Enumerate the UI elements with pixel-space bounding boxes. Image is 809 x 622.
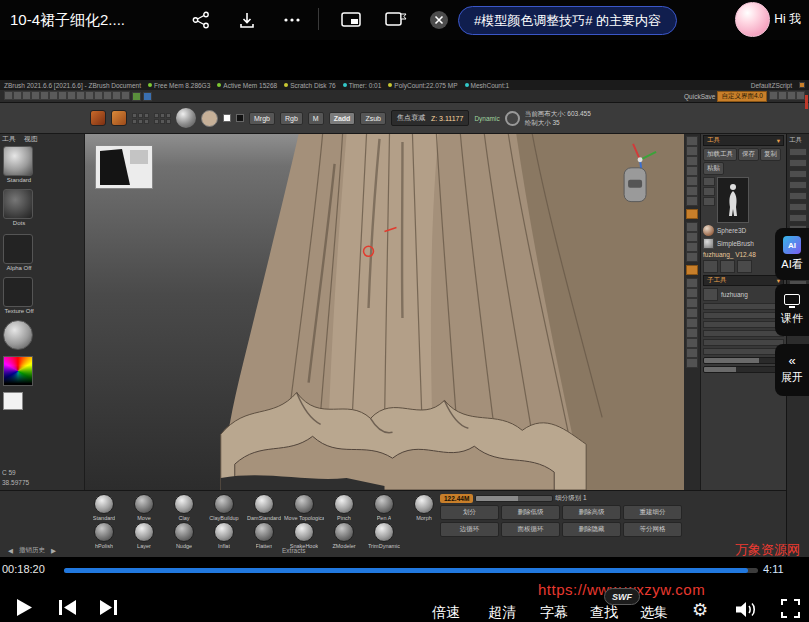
strip-icon[interactable] [686,176,698,186]
shelf-brush[interactable]: Morph [404,494,444,521]
sphere3d-item[interactable]: Sphere3D [703,225,784,236]
menu-icon[interactable] [94,91,103,100]
share-icon[interactable] [190,9,212,31]
shelf-brush[interactable]: SnakeHook [284,522,324,549]
rgb-button[interactable]: Rgb [280,112,303,125]
topic-pill-button[interactable]: #模型颜色调整技巧# 的主要内容 [458,6,677,35]
undo-history-label[interactable]: 撤销历史 [19,546,45,555]
rail-item[interactable] [789,148,807,156]
strip-icon[interactable] [686,146,698,156]
menu-icon[interactable] [40,91,49,100]
texture-thumb[interactable] [3,277,33,307]
settings-gear-icon[interactable]: ⚙ [692,599,708,621]
sdiv-slider[interactable] [475,495,553,502]
paste-tool-button[interactable]: 粘贴 [703,162,724,175]
shelf-brush[interactable]: Pinch [324,494,364,521]
strip-icon[interactable] [686,328,698,338]
recent-tool-thumb[interactable] [737,260,752,273]
expand-button[interactable]: « 展开 [775,344,809,396]
menu-icon-green[interactable] [132,92,141,101]
menu-icon-blue[interactable] [143,92,152,101]
strip-icon[interactable] [686,288,698,298]
strip-icon[interactable] [686,166,698,176]
shelf-brush[interactable]: DamStandard [244,494,284,521]
courseware-button[interactable]: 课件 [775,284,809,336]
strip-icon[interactable] [686,308,698,318]
load-tool-button[interactable]: 加载工具 [703,148,737,161]
custom-ui-segment[interactable]: 自定义界面4.0 [717,91,767,102]
copy-tool-button[interactable]: 复制 [760,148,781,161]
geom-button[interactable]: 划分 [440,505,499,520]
playback-speed-button[interactable]: 倍速 [432,604,460,622]
brush-mode-icon-2[interactable] [111,110,127,126]
current-brush-thumb[interactable] [3,146,33,176]
ai-view-button[interactable]: AI AI看 [775,228,809,280]
panel-slider-1[interactable] [703,357,784,364]
geom-button[interactable]: 删除高级 [562,505,621,520]
panel-row[interactable] [703,330,784,337]
zadd-button[interactable]: Zadd [329,112,356,125]
zbrush-canvas[interactable] [84,134,684,490]
menu-icon[interactable] [796,91,805,100]
menu-icon[interactable] [13,91,22,100]
focal-shift-readout[interactable]: 焦点衰减 Z: 3.11177 [391,110,469,126]
shelf-brush[interactable]: Clay [164,494,204,521]
strip-icon-orange[interactable] [686,265,698,275]
menu-icon[interactable] [22,91,31,100]
episodes-button[interactable]: 选集 [640,604,668,622]
strip-icon[interactable] [686,318,698,328]
undo-history-left-arrow[interactable]: ◀ [8,547,13,555]
menu-icon[interactable] [769,91,778,100]
panel-row[interactable] [703,321,784,328]
previous-button[interactable] [58,599,77,616]
user-account[interactable]: Hi 我 [735,2,801,37]
strip-icon[interactable] [686,136,698,146]
panel-row[interactable] [703,312,784,319]
brush-mode-icon[interactable] [90,110,106,126]
rail-item[interactable] [789,170,807,178]
strip-icon[interactable] [686,358,698,368]
rail-item[interactable] [789,159,807,167]
geom-button[interactable]: 删除低级 [501,505,560,520]
shelf-brush[interactable]: Move [124,494,164,521]
extracts-label[interactable]: Extracts [282,547,305,554]
swatch-black[interactable] [236,114,244,122]
simplebrush-item[interactable]: SimpleBrush [703,238,784,249]
geom-button[interactable]: 边循环 [440,522,499,537]
zsub-button[interactable]: Zsub [360,112,386,125]
recent-tool-thumb[interactable] [720,260,735,273]
geom-button[interactable]: 重建细分 [623,505,682,520]
panel-row[interactable] [703,348,784,355]
menu-icon[interactable] [103,91,112,100]
strip-icon[interactable] [686,156,698,166]
strip-icon[interactable] [686,348,698,358]
menu-icon[interactable] [58,91,67,100]
strip-icon[interactable] [686,196,698,206]
recent-tool-thumb[interactable] [703,260,718,273]
compass-icon[interactable] [505,111,520,126]
titlebar-icon[interactable] [799,82,805,88]
close-icon[interactable] [428,9,450,31]
material-thumb[interactable] [3,320,33,350]
menu-icon[interactable] [76,91,85,100]
default-zscript-label[interactable]: DefaultZScript [751,82,792,89]
rail-item[interactable] [789,203,807,211]
cast-icon[interactable] [385,9,407,31]
shelf-brush[interactable]: TrimDynamic [364,522,404,549]
next-button[interactable] [99,599,118,616]
play-button[interactable] [16,598,33,617]
strip-icon[interactable] [686,278,698,288]
pip-icon[interactable] [340,9,362,31]
menu-icon[interactable] [85,91,94,100]
panel-row[interactable] [703,303,784,310]
menu-icon[interactable] [31,91,40,100]
shelf-brush[interactable]: Inflat [204,522,244,549]
rail-header[interactable]: 工具 [789,136,807,145]
menu-icon[interactable] [787,91,796,100]
shelf-brush[interactable]: Flatten [244,522,284,549]
mrgb-button[interactable]: Mrgb [249,112,275,125]
shelf-brush[interactable]: Move Topological [284,494,324,521]
rail-item[interactable] [789,181,807,189]
active-tool-thumbnail[interactable] [717,177,749,223]
mini-button[interactable] [703,177,715,186]
